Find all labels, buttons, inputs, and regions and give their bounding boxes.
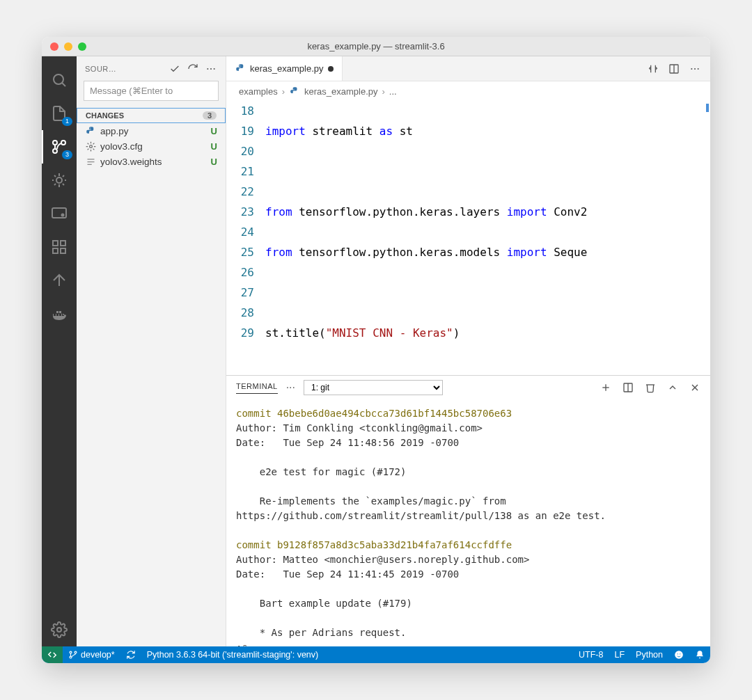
python-interpreter[interactable]: Python 3.6.3 64-bit ('streamlit-staging'…: [141, 646, 324, 663]
python-file-icon: [289, 86, 300, 97]
svg-point-3: [53, 149, 57, 153]
debug-icon[interactable]: [42, 164, 77, 197]
svg-point-36: [680, 653, 680, 654]
statusbar: develop* Python 3.6.3 64-bit ('streamlit…: [42, 646, 710, 663]
sidebar: SOUR… CHANGES 3: [77, 56, 226, 646]
svg-point-16: [89, 145, 92, 148]
kill-terminal-icon[interactable]: [645, 382, 656, 393]
maximize-window-button[interactable]: [78, 42, 86, 51]
svg-point-5: [56, 177, 62, 183]
svg-rect-11: [61, 248, 65, 253]
breadcrumb-segment[interactable]: examples: [239, 86, 278, 97]
refresh-icon[interactable]: [187, 63, 199, 75]
file-name: yolov3.weights: [100, 157, 207, 167]
encoding-indicator[interactable]: UTF-8: [573, 646, 609, 663]
tab-dirty-indicator: [328, 66, 334, 72]
terminal-more-icon[interactable]: ···: [286, 381, 295, 394]
search-icon[interactable]: [42, 63, 77, 97]
sidebar-header: SOUR…: [77, 56, 226, 81]
breadcrumb-segment[interactable]: keras_example.py: [304, 86, 378, 97]
svg-point-14: [210, 67, 212, 69]
svg-point-23: [694, 67, 696, 69]
svg-point-7: [62, 214, 64, 216]
tabbar: keras_example.py: [226, 56, 710, 81]
change-item[interactable]: app.py U: [77, 123, 226, 138]
breadcrumb-segment[interactable]: ...: [389, 86, 397, 97]
titlebar: keras_example.py — streamlit-3.6: [42, 37, 710, 56]
file-status: U: [211, 141, 217, 152]
docker-icon[interactable]: [42, 297, 77, 331]
code-editor[interactable]: 181920212223242526272829 import streamli…: [226, 101, 710, 375]
svg-rect-6: [52, 208, 66, 218]
breadcrumb[interactable]: examples › keras_example.py › ...: [226, 81, 710, 101]
file-name: app.py: [100, 126, 207, 136]
svg-point-32: [70, 656, 72, 658]
svg-rect-10: [53, 248, 58, 253]
terminal-header: TERMINAL ··· 1: git: [226, 376, 710, 399]
source-control-icon[interactable]: 3: [42, 130, 77, 164]
explorer-badge: 1: [62, 117, 72, 126]
file-status: U: [211, 126, 217, 136]
settings-gear-icon[interactable]: [42, 613, 77, 646]
changes-count-badge: 3: [203, 111, 217, 120]
svg-point-15: [214, 67, 215, 69]
close-panel-icon[interactable]: [689, 382, 700, 393]
sync-indicator[interactable]: [120, 646, 141, 663]
svg-point-12: [57, 628, 61, 632]
live-share-icon[interactable]: [42, 264, 77, 297]
commit-message-box: [84, 81, 219, 101]
python-file-icon: [235, 63, 246, 74]
changes-label: CHANGES: [86, 111, 124, 120]
terminal-selector[interactable]: 1: git: [304, 380, 443, 395]
notifications-icon[interactable]: [689, 646, 710, 663]
svg-point-2: [61, 141, 65, 145]
feedback-icon[interactable]: [668, 646, 689, 663]
branch-indicator[interactable]: develop*: [63, 646, 120, 663]
split-editor-icon[interactable]: [668, 63, 680, 74]
text-file-icon: [85, 156, 96, 167]
changes-section-header[interactable]: CHANGES 3: [77, 108, 226, 123]
maximize-panel-icon[interactable]: [667, 382, 678, 393]
eol-indicator[interactable]: LF: [609, 646, 630, 663]
split-terminal-icon[interactable]: [622, 382, 634, 393]
chevron-right-icon: ›: [282, 86, 285, 97]
terminal-tab[interactable]: TERMINAL: [236, 382, 278, 394]
file-status: U: [211, 157, 217, 167]
svg-line-1: [62, 83, 65, 86]
minimize-window-button[interactable]: [64, 42, 72, 51]
change-item[interactable]: yolov3.weights U: [77, 154, 226, 169]
code-content[interactable]: import streamlit as st from tensorflow.p…: [265, 101, 710, 375]
terminal-output[interactable]: commit 46bebe6d0ae494cbcca73d61bf1445bc5…: [226, 399, 710, 646]
svg-point-35: [677, 653, 678, 654]
compare-changes-icon[interactable]: [648, 63, 659, 74]
svg-point-4: [53, 141, 57, 145]
explorer-icon[interactable]: 1: [42, 97, 77, 130]
tab-filename: keras_example.py: [250, 63, 324, 74]
svg-rect-9: [61, 241, 65, 246]
editor-tab[interactable]: keras_example.py: [226, 56, 343, 81]
svg-point-0: [54, 74, 63, 84]
more-actions-icon[interactable]: [205, 63, 217, 75]
traffic-lights: [50, 42, 86, 51]
close-window-button[interactable]: [50, 42, 58, 51]
scm-badge: 3: [62, 150, 72, 159]
language-indicator[interactable]: Python: [630, 646, 668, 663]
commit-message-input[interactable]: [84, 81, 219, 101]
terminal-actions: [600, 382, 700, 393]
python-file-icon: [85, 125, 96, 136]
new-terminal-icon[interactable]: [600, 382, 611, 393]
change-item[interactable]: yolov3.cfg U: [77, 138, 226, 154]
commit-check-icon[interactable]: [169, 63, 181, 75]
vscode-window: keras_example.py — streamlit-3.6 1 3: [42, 37, 710, 663]
chevron-right-icon: ›: [382, 86, 384, 97]
more-editor-actions-icon[interactable]: [689, 63, 700, 74]
editor-area: keras_example.py examples › keras_exampl…: [226, 56, 710, 646]
remote-icon[interactable]: [42, 197, 77, 230]
extensions-icon[interactable]: [42, 230, 77, 264]
svg-rect-8: [53, 241, 58, 246]
file-name: yolov3.cfg: [100, 141, 207, 152]
config-file-icon: [85, 141, 96, 152]
remote-indicator[interactable]: [42, 646, 63, 663]
svg-point-31: [70, 651, 72, 653]
tab-actions: [638, 56, 710, 81]
